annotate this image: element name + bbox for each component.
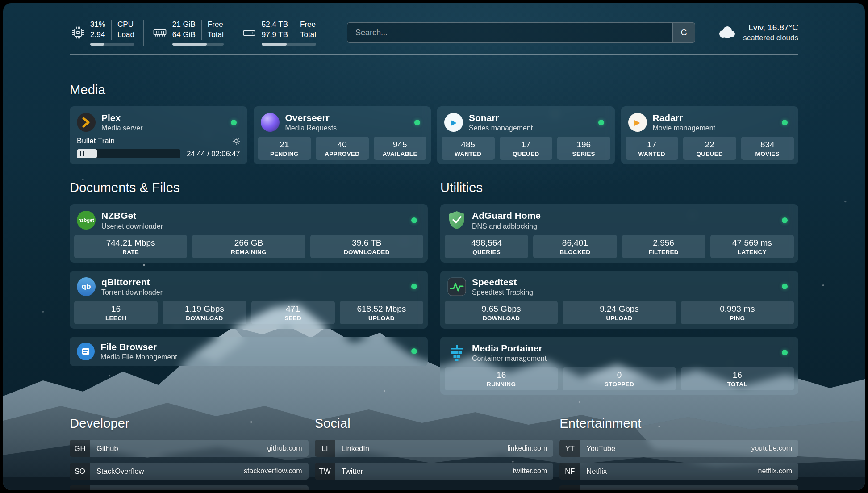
bookmark-reddit[interactable]: RE Reddit reddit.com xyxy=(559,485,798,490)
cpu-load-value: 2.94 xyxy=(90,30,105,40)
stat-ping: 0.993 ms PING xyxy=(681,301,794,324)
service-description: DNS and adblocking xyxy=(472,222,541,231)
bookmark-abbr: DT xyxy=(70,485,90,490)
bookmark-domain: netflix.com xyxy=(758,467,792,475)
topbar: 31% 2.94 CPU Load xyxy=(70,18,798,47)
service-card-portainer[interactable]: Media Portainer Container management 16 … xyxy=(440,337,798,395)
bookmark-dev[interactable]: DT DEV dev.to xyxy=(70,485,309,490)
status-dot xyxy=(782,120,788,125)
search-provider-button[interactable]: G xyxy=(672,23,695,42)
stat-pending: 21 PENDING xyxy=(258,137,311,160)
memory-usage-bar xyxy=(172,43,224,46)
stat-queries: 498,564 QUERIES xyxy=(445,235,528,258)
memory-free-value: 21 GiB xyxy=(172,20,196,29)
disk-total-value: 97.9 TB xyxy=(262,30,288,40)
stat-approved: 40 APPROVED xyxy=(316,137,369,160)
bookmark-linkedin[interactable]: LI LinkedIn linkedin.com xyxy=(315,440,554,457)
service-name: Overseerr xyxy=(285,112,337,124)
bookmark-netflix[interactable]: NF Netflix netflix.com xyxy=(559,463,798,480)
service-description: Usenet downloader xyxy=(101,222,163,231)
cpu-icon xyxy=(71,26,85,39)
cpu-label: CPU xyxy=(117,20,134,29)
resource-widgets: 31% 2.94 CPU Load xyxy=(70,20,326,45)
disk-usage-bar xyxy=(262,43,316,46)
service-card-speedtest[interactable]: Speedtest Speedtest Tracking 9.65 Gbps D… xyxy=(440,271,798,329)
bookmark-abbr: RE xyxy=(559,485,580,490)
status-dot xyxy=(414,120,420,125)
stat-movies: 834 MOVIES xyxy=(741,137,794,160)
gear-icon[interactable] xyxy=(232,137,240,145)
service-card-qbittorrent[interactable]: qb qBittorrent Torrent downloader 16 xyxy=(70,271,428,329)
service-description: Media server xyxy=(101,124,142,133)
service-name: Plex xyxy=(101,112,142,124)
service-description: Media File Management xyxy=(100,353,177,362)
bookmark-domain: stackoverflow.com xyxy=(244,467,302,475)
disk-total-label: Total xyxy=(300,30,316,40)
service-description: Torrent downloader xyxy=(101,288,163,297)
weather-location: Lviv, 16.87°C xyxy=(748,22,798,33)
service-description: Movie management xyxy=(653,124,716,133)
disk-usage-fill xyxy=(262,43,287,46)
service-card-overseerr[interactable]: Overseerr Media Requests 21 PENDING xyxy=(254,106,431,164)
disk-widget: 52.4 TB 97.9 TB Free Total xyxy=(233,20,326,45)
bookmark-stackoverflow[interactable]: SO StackOverflow stackoverflow.com xyxy=(70,463,309,480)
section-title-social: Social xyxy=(315,416,554,431)
stat-upload: 9.24 Gbps UPLOAD xyxy=(563,301,676,324)
status-dot xyxy=(598,120,604,125)
stat-total: 16 TOTAL xyxy=(681,367,794,390)
bookmark-abbr: YT xyxy=(559,440,580,457)
bookmark-github[interactable]: GH Github github.com xyxy=(70,440,309,457)
bookmark-name: LinkedIn xyxy=(342,444,369,453)
service-description: Series management xyxy=(469,124,533,133)
service-description: Media Requests xyxy=(285,124,337,133)
service-card-plex[interactable]: Plex Media server Bullet Train xyxy=(70,106,247,164)
stat-remaining: 266 GB REMAINING xyxy=(192,235,305,258)
weather-condition: scattered clouds xyxy=(743,33,798,43)
bookmark-name: StackOverflow xyxy=(96,467,144,476)
stat-queued: 22 QUEUED xyxy=(683,137,736,160)
memory-usage-fill xyxy=(172,43,207,46)
bookmark-name: Reddit xyxy=(586,490,608,490)
stat-download: 1.19 Gbps DOWNLOAD xyxy=(163,301,246,324)
section-title-developer: Developer xyxy=(70,416,309,431)
stat-stopped: 0 STOPPED xyxy=(563,367,676,390)
stat-downloaded: 39.6 TB DOWNLOADED xyxy=(310,235,423,258)
plex-icon xyxy=(77,113,96,132)
stat-series: 196 SERIES xyxy=(557,137,610,160)
speedtest-icon xyxy=(447,277,466,296)
service-card-filebrowser[interactable]: File Browser Media File Management xyxy=(70,337,428,366)
bookmark-abbr: SO xyxy=(70,463,90,480)
search-input[interactable] xyxy=(347,23,672,42)
now-playing-title: Bullet Train xyxy=(77,137,115,146)
weather-widget: Lviv, 16.87°C scattered clouds xyxy=(717,22,798,43)
bookmark-abbr: LI xyxy=(315,440,335,457)
portainer-icon xyxy=(447,343,466,362)
disk-free-label: Free xyxy=(300,20,316,29)
section-media: Media Plex Media server xyxy=(70,83,798,164)
status-dot xyxy=(782,217,788,223)
stat-leech: 16 LEECH xyxy=(74,301,158,324)
service-card-adguard[interactable]: AdGuard Home DNS and adblocking 498,564 … xyxy=(440,204,798,262)
section-documents: Documents & Files nzbget NZBGet Usenet d… xyxy=(70,180,428,395)
bookmark-twitter[interactable]: TW Twitter twitter.com xyxy=(315,463,554,480)
bookmark-name: DEV xyxy=(96,490,112,490)
bookmark-youtube[interactable]: YT YouTube youtube.com xyxy=(559,440,798,457)
bookmark-name: YouTube xyxy=(586,444,615,453)
cpu-usage-fill xyxy=(90,43,104,46)
bookmark-name: Netflix xyxy=(586,467,607,476)
stat-wanted: 17 WANTED xyxy=(626,137,679,160)
dashboard-screen: 31% 2.94 CPU Load xyxy=(0,0,868,493)
service-card-radarr[interactable]: ▶ Radarr Movie management 17 WANTED xyxy=(621,106,799,164)
bookmark-abbr: TW xyxy=(315,463,335,480)
stat-blocked: 86,401 BLOCKED xyxy=(533,235,617,258)
service-card-nzbget[interactable]: nzbget NZBGet Usenet downloader 744.21 M… xyxy=(70,204,428,262)
service-card-sonarr[interactable]: ▶ Sonarr Series management 485 WANTED xyxy=(437,106,615,164)
memory-total-value: 64 GiB xyxy=(172,30,196,40)
stat-download: 9.65 Gbps DOWNLOAD xyxy=(445,301,558,324)
bookmark-abbr: GH xyxy=(70,440,90,457)
stat-available: 945 AVAILABLE xyxy=(374,137,427,160)
pause-icon[interactable] xyxy=(80,151,84,156)
section-title-documents: Documents & Files xyxy=(70,180,428,195)
filebrowser-icon xyxy=(77,343,95,360)
playback-progress-bar[interactable] xyxy=(77,149,180,158)
